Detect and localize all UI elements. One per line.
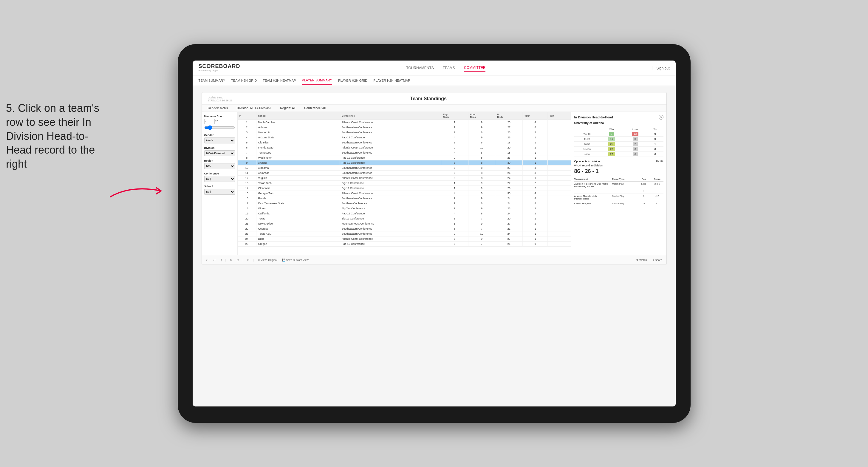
table-row[interactable]: 5Ole MissSoutheastern Conference36181: [238, 140, 571, 145]
h2h-close-button[interactable]: ✕: [659, 115, 663, 120]
table-row[interactable]: 23Texas A&MSoutheastern Conference910241: [238, 231, 571, 237]
table-cell: [548, 150, 571, 155]
table-row[interactable]: 7TennesseeSoutheastern Conference46181: [238, 150, 571, 155]
table-cell: Arizona: [256, 160, 340, 165]
table-cell: 8: [468, 191, 495, 196]
h2h-win-cell: 27: [600, 152, 623, 157]
paste-button[interactable]: ⊞: [236, 258, 240, 262]
nav-tournaments[interactable]: TOURNAMENTS: [406, 65, 434, 71]
table-row[interactable]: 6Florida StateAtlantic Coast Conference2…: [238, 145, 571, 150]
region-filter: Region N/A: [204, 159, 235, 169]
min-rounds-max-input[interactable]: [214, 119, 223, 124]
sub-nav-team-h2h-grid[interactable]: TEAM H2H GRID: [231, 76, 257, 85]
share-button[interactable]: ⤴ Share: [652, 258, 663, 262]
table-row[interactable]: 14OklahomaBig 12 Conference19262: [238, 186, 571, 191]
table-row[interactable]: 17East Tennessee StateSouthern Conferenc…: [238, 201, 571, 206]
copy-button[interactable]: ⊕: [228, 258, 233, 262]
table-cell: 5: [441, 237, 468, 242]
table-row[interactable]: 20TexasBig 12 Conference37202: [238, 216, 571, 221]
table-row[interactable]: 22GeorgiaSoutheastern Conference87211: [238, 226, 571, 231]
table-row[interactable]: 18IllinoisBig Ten Conference19233: [238, 206, 571, 211]
table-row[interactable]: 4Arizona StatePac-12 Conference49261: [238, 135, 571, 140]
table-row[interactable]: 24DukeAtlantic Coast Conference59271: [238, 237, 571, 242]
table-cell: Vanderbilt: [256, 130, 340, 135]
table-cell: 8: [441, 226, 468, 231]
save-custom-button[interactable]: 💾 Save Custom View: [281, 258, 310, 262]
sub-nav-player-summary[interactable]: PLAYER SUMMARY: [302, 76, 332, 85]
table-cell: 24: [238, 237, 256, 242]
table-row[interactable]: 12VirginiaAtlantic Coast Conference38241: [238, 176, 571, 181]
table-cell: 24: [495, 170, 523, 176]
table-cell: 23: [238, 231, 256, 237]
table-row[interactable]: 21New MexicoMountain West Conference1927…: [238, 221, 571, 226]
table-row[interactable]: 19CaliforniaPac-12 Conference48242: [238, 211, 571, 216]
table-cell: 8: [468, 130, 495, 135]
update-time-val: 27/03/2024 16:56:26: [208, 99, 232, 102]
table-cell: 3: [441, 216, 468, 221]
table-row[interactable]: 25OregonPac-12 Conference57210: [238, 242, 571, 247]
h2h-row: 51-1002030: [574, 147, 663, 152]
table-row[interactable]: 15Georgia TechAtlantic Coast Conference4…: [238, 191, 571, 196]
watch-button[interactable]: 👁 Watch: [635, 258, 648, 262]
sub-nav-player-h2h-grid[interactable]: PLAYER H2H GRID: [338, 76, 367, 85]
tournament-score: 2-3-0: [651, 183, 663, 185]
opponents-val: 99.1%: [656, 160, 663, 163]
table-row[interactable]: 1North CarolinaAtlantic Coast Conference…: [238, 120, 571, 125]
table-cell: 9: [238, 160, 256, 165]
redo-button[interactable]: ↩: [212, 258, 217, 262]
gender-select[interactable]: Men's Women's: [204, 137, 235, 144]
table-row[interactable]: 11ArkansasSoutheastern Conference68243: [238, 170, 571, 176]
table-cell: 9: [441, 231, 468, 237]
division-select[interactable]: NCAA Division I: [204, 150, 235, 156]
h2h-rank-label: 51-100: [574, 147, 600, 152]
table-cell: 2: [523, 216, 548, 221]
undo-button[interactable]: ↩: [205, 258, 210, 262]
table-row[interactable]: 9ArizonaPac-12 Conference58301: [238, 160, 571, 165]
table-cell: 17: [238, 201, 256, 206]
logo-area: SCOREBOARD Powered by clippd: [198, 64, 240, 72]
table-cell: 21: [238, 221, 256, 226]
h2h-loss-cell: 0: [623, 152, 647, 157]
table-cell: [548, 176, 571, 181]
col-school: School: [256, 112, 340, 120]
sub-nav-team-h2h-heatmap[interactable]: TEAM H2H HEATMAP: [263, 76, 296, 85]
table-row[interactable]: 13Texas TechBig 12 Conference19272: [238, 181, 571, 186]
region-select[interactable]: N/A: [204, 163, 235, 169]
conference-select[interactable]: (All): [204, 176, 235, 182]
table-cell: 9: [468, 221, 495, 226]
nav-committee[interactable]: COMMITTEE: [464, 64, 486, 71]
tournament-type: Match Play: [612, 183, 637, 185]
table-row[interactable]: 8WashingtonPac-12 Conference28231: [238, 155, 571, 160]
table-cell: Duke: [256, 237, 340, 242]
table-row[interactable]: 10AlabamaSoutheastern Conference58233: [238, 165, 571, 170]
table-cell: 24: [495, 211, 523, 216]
clock-button[interactable]: ⏱: [246, 258, 251, 262]
table-cell: 9: [468, 125, 495, 130]
tablet-screen: SCOREBOARD Powered by clippd TOURNAMENTS…: [193, 61, 676, 406]
sub-nav-player-h2h-heatmap[interactable]: PLAYER H2H HEATMAP: [373, 76, 410, 85]
table-cell: 14: [238, 186, 256, 191]
tournament-row: Arizona Thunderbirds Intercollegiate Str…: [574, 194, 663, 201]
h2h-rank-label: Top 10: [574, 131, 600, 136]
min-rounds-input[interactable]: [204, 119, 213, 124]
school-select[interactable]: (All): [204, 189, 235, 195]
table-row[interactable]: 16FloridaSoutheastern Conference79244: [238, 196, 571, 201]
table-cell: 1: [523, 160, 548, 165]
table-cell: 3: [523, 165, 548, 170]
table-cell: Atlantic Coast Conference: [340, 191, 441, 196]
table-row[interactable]: 2AuburnSoutheastern Conference19276: [238, 125, 571, 130]
min-rounds-slider[interactable]: [204, 125, 235, 130]
sign-out-area: | Sign out: [652, 65, 670, 71]
sign-out-button[interactable]: Sign out: [656, 66, 670, 70]
table-cell: Illinois: [256, 206, 340, 211]
step-back-button[interactable]: ⟪: [219, 258, 223, 262]
table-cell: 20: [495, 145, 523, 150]
table-cell: Southeastern Conference: [340, 140, 441, 145]
table-row[interactable]: 3VanderbiltSoutheastern Conference28235: [238, 130, 571, 135]
sub-nav-team-summary[interactable]: TEAM SUMMARY: [198, 76, 225, 85]
filters-panel: Minimum Rou... Gender Men's: [202, 112, 238, 255]
view-original-button[interactable]: 👁 View: Original: [256, 258, 279, 262]
h2h-title: In Division Head-to-Head: [574, 116, 613, 119]
h2h-loss-cell: 8: [623, 136, 647, 142]
nav-teams[interactable]: TEAMS: [443, 65, 455, 71]
